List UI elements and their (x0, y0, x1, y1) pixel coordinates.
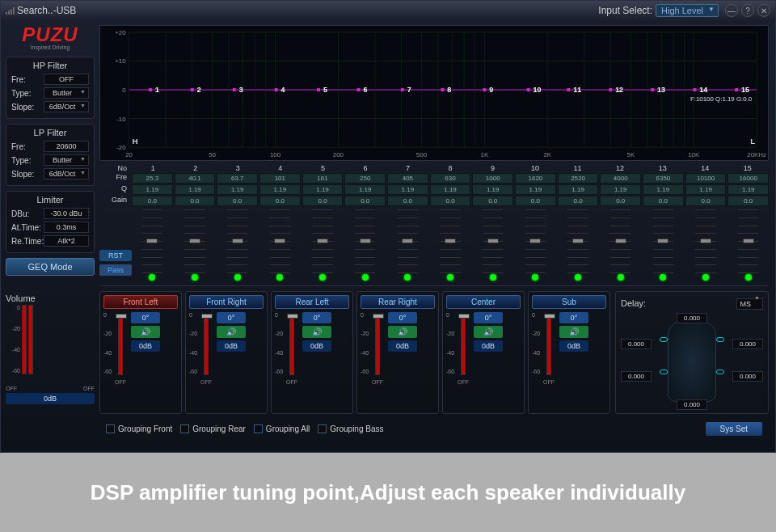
phase-button[interactable]: 0° (302, 312, 331, 323)
eq-q-1[interactable]: 1.19 (132, 184, 173, 195)
eq-fre-9[interactable]: 1000 (472, 173, 513, 184)
eq-slider-5[interactable] (302, 209, 344, 281)
eq-slider-8[interactable] (430, 209, 471, 281)
channel-tab[interactable]: Sub (532, 295, 606, 309)
eq-gain-2[interactable]: 0.0 (175, 196, 216, 206)
eq-fre-3[interactable]: 63.7 (217, 173, 258, 184)
gain-db-button[interactable]: 0dB (217, 340, 246, 352)
phase-button[interactable]: 0° (474, 312, 503, 323)
delay-bottom[interactable]: 0.000 (677, 399, 707, 410)
channel-level-slider[interactable]: 0 -20 -40 -60 OFF (532, 312, 556, 385)
eq-q-6[interactable]: 1.19 (344, 184, 386, 195)
phase-button[interactable]: 0° (559, 312, 588, 323)
eq-gain-6[interactable]: 0.0 (344, 196, 386, 206)
pass-button[interactable]: Pass (99, 264, 132, 276)
eq-q-9[interactable]: 1.19 (472, 184, 513, 195)
eq-gain-7[interactable]: 0.0 (387, 196, 428, 206)
eq-fre-10[interactable]: 1620 (515, 173, 556, 184)
eq-slider-7[interactable] (387, 209, 428, 281)
eq-gain-9[interactable]: 0.0 (472, 196, 513, 206)
eq-q-11[interactable]: 1.19 (558, 184, 599, 195)
eq-slider-3[interactable] (217, 209, 258, 281)
lp-slope-select[interactable]: 6dB/Oct (44, 168, 89, 179)
grouping-all-checkbox[interactable]: Grouping All (254, 424, 310, 433)
grouping-front-checkbox[interactable]: Grouping Front (106, 424, 172, 433)
eq-slider-13[interactable] (643, 209, 684, 281)
limiter-release[interactable]: Atk*2 (44, 235, 89, 247)
eq-fre-5[interactable]: 161 (302, 173, 344, 184)
eq-q-7[interactable]: 1.19 (387, 184, 428, 195)
eq-gain-3[interactable]: 0.0 (217, 196, 258, 206)
delay-top[interactable]: 0.000 (677, 313, 707, 323)
eq-fre-8[interactable]: 630 (430, 173, 471, 184)
channel-level-slider[interactable]: 0 -20 -40 -60 OFF (275, 312, 299, 385)
mute-button[interactable] (559, 326, 588, 338)
channel-tab[interactable]: Front Right (189, 295, 264, 309)
help-icon[interactable]: ? (741, 4, 754, 17)
eq-slider-11[interactable] (558, 209, 599, 281)
geq-mode-button[interactable]: GEQ Mode (6, 258, 95, 276)
mute-button[interactable] (131, 326, 160, 338)
limiter-attack[interactable]: 0.3ms (44, 222, 89, 233)
mute-button[interactable] (217, 326, 246, 338)
close-icon[interactable]: ✕ (757, 4, 770, 17)
mute-button[interactable] (388, 326, 417, 338)
channel-tab[interactable]: Front Left (103, 295, 178, 309)
eq-slider-6[interactable] (344, 209, 386, 281)
eq-graph[interactable]: +20+100-10-2020501002005001K2K5K10K20KHz… (99, 25, 769, 161)
eq-gain-4[interactable]: 0.0 (259, 196, 301, 206)
eq-gain-13[interactable]: 0.0 (643, 196, 684, 206)
phase-button[interactable]: 0° (131, 312, 160, 323)
eq-gain-5[interactable]: 0.0 (302, 196, 344, 206)
rst-button[interactable]: RST (99, 250, 132, 261)
eq-q-12[interactable]: 1.19 (600, 184, 641, 195)
lp-type-select[interactable]: Butter (44, 154, 89, 166)
eq-fre-12[interactable]: 4000 (600, 173, 641, 184)
gain-db-button[interactable]: 0dB (559, 340, 588, 352)
delay-lb[interactable]: 0.000 (621, 371, 652, 382)
eq-q-10[interactable]: 1.19 (515, 184, 556, 195)
grouping-rear-checkbox[interactable]: Grouping Rear (180, 424, 246, 433)
channel-tab[interactable]: Rear Left (275, 295, 349, 309)
sys-set-button[interactable]: Sys Set (706, 422, 762, 436)
eq-fre-2[interactable]: 40.1 (175, 173, 216, 184)
limiter-dbu[interactable]: -30.0 dBu (44, 208, 89, 219)
hp-slope-select[interactable]: 6dB/Oct (44, 101, 89, 112)
eq-q-3[interactable]: 1.19 (217, 184, 258, 195)
eq-fre-11[interactable]: 2520 (558, 173, 599, 184)
channel-level-slider[interactable]: 0 -20 -40 -60 OFF (189, 312, 213, 385)
input-select-dropdown[interactable]: High Level (656, 4, 719, 17)
delay-rb[interactable]: 0.000 (732, 371, 763, 382)
eq-gain-15[interactable]: 0.0 (728, 196, 769, 206)
eq-q-4[interactable]: 1.19 (259, 184, 301, 195)
eq-q-2[interactable]: 1.19 (175, 184, 216, 195)
minimize-icon[interactable]: — (725, 4, 738, 17)
eq-slider-9[interactable] (472, 209, 513, 281)
eq-gain-8[interactable]: 0.0 (430, 196, 471, 206)
eq-q-14[interactable]: 1.19 (685, 184, 727, 195)
eq-slider-2[interactable] (175, 209, 216, 281)
channel-level-slider[interactable]: 0 -20 -40 -60 OFF (361, 312, 385, 385)
eq-slider-4[interactable] (259, 209, 301, 281)
eq-fre-15[interactable]: 16000 (728, 173, 769, 184)
hp-fre-value[interactable]: OFF (44, 74, 89, 85)
phase-button[interactable]: 0° (388, 312, 417, 323)
gain-db-button[interactable]: 0dB (388, 340, 417, 352)
channel-tab[interactable]: Rear Right (361, 295, 435, 309)
delay-rt[interactable]: 0.000 (732, 339, 763, 349)
lp-fre-value[interactable]: 20600 (44, 141, 89, 152)
eq-fre-6[interactable]: 250 (344, 173, 386, 184)
volume-db[interactable]: 0dB (6, 393, 95, 404)
eq-fre-4[interactable]: 101 (259, 173, 301, 184)
eq-gain-10[interactable]: 0.0 (515, 196, 556, 206)
eq-fre-14[interactable]: 10100 (685, 173, 727, 184)
gain-db-button[interactable]: 0dB (474, 340, 503, 352)
eq-fre-13[interactable]: 6350 (643, 173, 684, 184)
eq-slider-12[interactable] (600, 209, 641, 281)
gain-db-button[interactable]: 0dB (302, 340, 331, 352)
eq-slider-1[interactable] (132, 209, 173, 281)
phase-button[interactable]: 0° (217, 312, 246, 323)
eq-gain-1[interactable]: 0.0 (132, 196, 173, 206)
eq-fre-1[interactable]: 25.3 (132, 173, 173, 184)
gain-db-button[interactable]: 0dB (131, 340, 160, 352)
